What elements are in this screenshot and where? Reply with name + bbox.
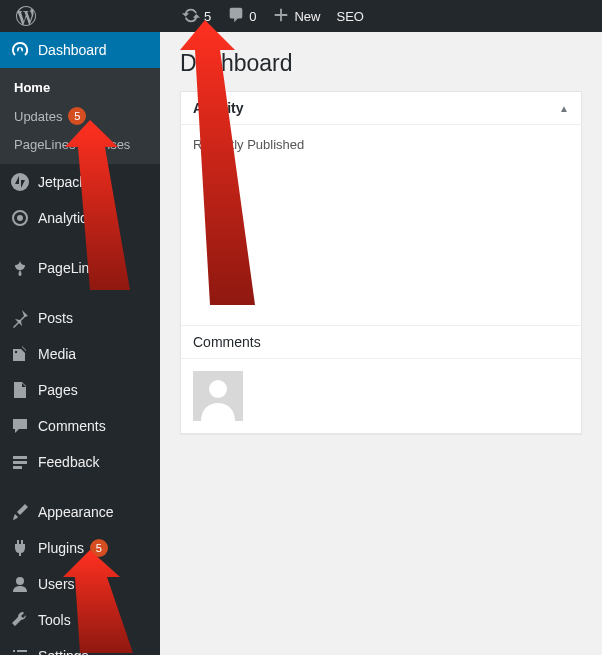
wordpress-logo[interactable] — [8, 0, 44, 32]
comments-indicator[interactable]: 0 — [219, 0, 264, 32]
updates-count: 5 — [204, 9, 211, 24]
activity-box: Activity ▲ Recently Published Comments — [180, 91, 582, 434]
menu-users[interactable]: Users — [0, 566, 160, 602]
menu-media[interactable]: Media — [0, 336, 160, 372]
menu-analytics[interactable]: Analytics — [0, 200, 160, 236]
menu-tools[interactable]: Tools — [0, 602, 160, 638]
seo-label: SEO — [336, 9, 363, 24]
admin-sidebar: Dashboard Home Updates 5 PageLines Licen… — [0, 32, 160, 655]
menu-plugins[interactable]: Plugins 5 — [0, 530, 160, 566]
menu-pagelines[interactable]: PageLines — [0, 250, 160, 286]
comments-body — [181, 359, 581, 433]
user-icon — [10, 574, 30, 594]
svg-point-3 — [209, 380, 227, 398]
menu-jetpack[interactable]: Jetpack — [0, 164, 160, 200]
avatar-placeholder — [193, 371, 243, 421]
submenu-updates[interactable]: Updates 5 — [0, 101, 160, 131]
page-title: Dashboard — [180, 50, 582, 77]
comments-header: Comments — [181, 325, 581, 359]
new-content[interactable]: New — [264, 0, 328, 32]
tools-icon — [10, 610, 30, 630]
admin-bar: 5 0 New SEO — [0, 0, 602, 32]
pin-icon — [10, 308, 30, 328]
new-label: New — [294, 9, 320, 24]
updates-badge: 5 — [68, 107, 86, 125]
activity-body: Recently Published — [181, 125, 581, 325]
activity-header[interactable]: Activity ▲ — [181, 92, 581, 125]
menu-feedback[interactable]: Feedback — [0, 444, 160, 480]
recently-published-label: Recently Published — [193, 137, 569, 152]
submenu-pagelines-licenses[interactable]: PageLines Licenses — [0, 131, 160, 158]
seo-menu[interactable]: SEO — [328, 0, 371, 32]
menu-appearance[interactable]: Appearance — [0, 494, 160, 530]
pagelines-icon — [10, 258, 30, 278]
menu-settings[interactable]: Settings — [0, 638, 160, 655]
menu-dashboard[interactable]: Dashboard — [0, 32, 160, 68]
submenu-home[interactable]: Home — [0, 74, 160, 101]
menu-comments[interactable]: Comments — [0, 408, 160, 444]
comments-icon — [10, 416, 30, 436]
plus-icon — [272, 6, 290, 27]
svg-point-1 — [17, 215, 23, 221]
main-content: Dashboard Activity ▲ Recently Published … — [160, 32, 602, 655]
refresh-icon — [182, 6, 200, 27]
analytics-icon — [10, 208, 30, 228]
dashboard-submenu: Home Updates 5 PageLines Licenses — [0, 68, 160, 164]
plugins-badge: 5 — [90, 539, 108, 557]
menu-posts[interactable]: Posts — [0, 300, 160, 336]
comments-count: 0 — [249, 9, 256, 24]
dashboard-icon — [10, 40, 30, 60]
media-icon — [10, 344, 30, 364]
svg-point-0 — [11, 173, 29, 191]
plugin-icon — [10, 538, 30, 558]
settings-icon — [10, 646, 30, 655]
menu-dashboard-label: Dashboard — [38, 42, 107, 58]
updates-indicator[interactable]: 5 — [174, 0, 219, 32]
svg-point-2 — [16, 577, 24, 585]
brush-icon — [10, 502, 30, 522]
comment-icon — [227, 6, 245, 27]
page-icon — [10, 380, 30, 400]
jetpack-icon — [10, 172, 30, 192]
menu-pages[interactable]: Pages — [0, 372, 160, 408]
collapse-icon: ▲ — [559, 103, 569, 114]
feedback-icon — [10, 452, 30, 472]
